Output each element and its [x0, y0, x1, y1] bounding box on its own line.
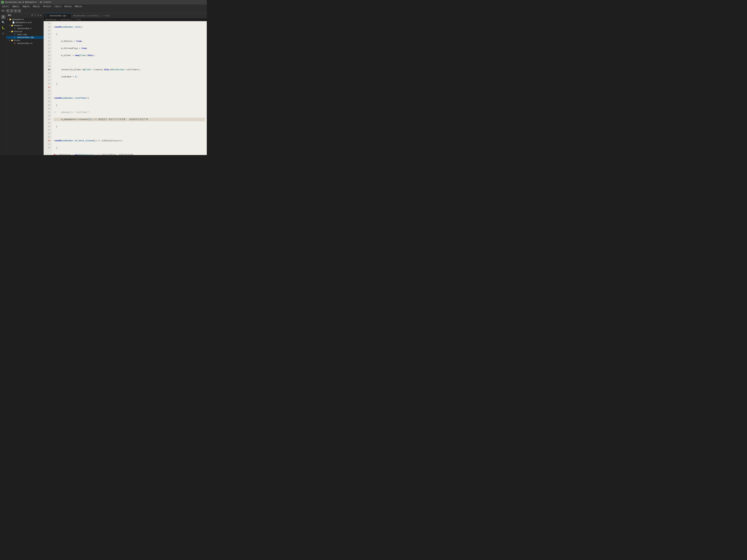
toolbar-label: 项目 [1, 9, 5, 12]
menu-file[interactable]: 文件(F) [1, 5, 11, 8]
tree-item-mainwindow-cpp[interactable]: C mainwindow.cpp [6, 36, 44, 39]
line-34: 34 [44, 82, 50, 86]
tree-mainwindow-h-label: mainwindow.h [18, 27, 31, 30]
line-28: 28 [44, 61, 50, 64]
code-line-19: m_bStatus = true; [54, 39, 205, 43]
line-35: 35 [44, 86, 50, 89]
line-29: 29 [44, 64, 50, 68]
breadcrumb-text: MainWindow :: slotTimer() -> void [46, 19, 81, 21]
line-19: 19 [44, 29, 50, 32]
line-25: 25 [44, 50, 50, 54]
menu-build[interactable]: 构建(B) [21, 5, 31, 8]
tree-item-mainwindow-ui[interactable]: U mainwindow.ui [6, 42, 44, 45]
tree-root-qsemaphore[interactable]: ▼ 📁 QSemaphore [6, 18, 44, 21]
code-line-30: m_pSemaphore->release(5);//2.1数值是几 就生产几个… [54, 118, 205, 121]
code-editor[interactable]: ▼void MainWindow::init() { m_bStatus = t… [52, 21, 207, 155]
code-line-23: connect(m_pTimer,&QTimer::timeout,this,&… [54, 68, 205, 72]
tab-slot-timer[interactable]: MainWindow::slotTimer() -> void [71, 13, 111, 18]
tree-mainwindow-cpp-label: mainwindow.cpp [18, 36, 34, 38]
tab-bar: C mainwindow.cpp ✕ MainWindow::slotTimer… [44, 13, 207, 19]
tree-item-sources[interactable]: ▼ 📁 Sources [6, 30, 44, 33]
activity-extensions[interactable]: ⚙ [1, 31, 6, 36]
tree-root-label: QSemaphore [12, 19, 24, 21]
code-line-20: m_bthreadFlag = true; [54, 47, 205, 50]
folder-icon-sources: 📁 [11, 30, 14, 33]
menu-edit[interactable]: 编辑(E) [11, 5, 21, 8]
line-45: 45 [44, 121, 50, 125]
breadcrumb: MainWindow :: slotTimer() -> void [44, 19, 207, 21]
code-line-35: m_pSemaphore = new QSemaphore(1);//1.1初始… [54, 153, 205, 155]
code-line-26 [54, 89, 205, 93]
project-tree: ▼ 📁 QSemaphore 📄 QSemaphore.pro ▼ 📁 Head… [6, 17, 44, 155]
line-42: 42 [44, 111, 50, 114]
toolbar-btn-forward[interactable]: ▶ [18, 9, 21, 12]
line-22: 22 [44, 39, 50, 43]
activity-search[interactable]: 🔍 [1, 20, 6, 25]
line-49: 49 [44, 135, 50, 139]
line-31: 31 [44, 72, 50, 75]
file-icon-h: h [14, 27, 17, 30]
sidebar-sync-btn[interactable]: ⟳ [31, 14, 33, 17]
code-line-31: } [54, 125, 205, 128]
line-32: 32 [44, 75, 50, 79]
line-17: 17 [44, 22, 50, 25]
code-line-25: } [54, 82, 205, 86]
tree-sources-label: Sources [14, 30, 22, 33]
menu-help[interactable]: 帮助(H) [73, 5, 83, 8]
line-23: 23 [44, 43, 50, 47]
code-line-21: m_pTimer = new QTimer(this); [54, 54, 205, 57]
line-26: 26 [44, 54, 50, 57]
tree-arrow: ▼ [7, 19, 9, 20]
line-38: 38 [44, 97, 50, 100]
tree-main-cpp-label: main.cpp [18, 33, 27, 36]
menu-debug[interactable]: 调试(D) [31, 5, 42, 8]
tab-label-mainwindow-cpp: mainwindow.cpp [50, 15, 66, 17]
sidebar-back-btn[interactable]: ◀ [37, 14, 39, 17]
editor-area[interactable]: 17 18 19 20 21 22 23 24 25 26 27 28 29 3… [44, 21, 207, 155]
code-line-32 [54, 132, 205, 135]
toolbar-btn-back[interactable]: ◀ [14, 9, 17, 12]
menu-controls[interactable]: 控件(W) [63, 5, 73, 8]
line-37: 37 [44, 93, 50, 97]
sidebar: 项目 ⟳ ▼ ◀ ▶ ▼ 📁 QSemaphore 📄 QSemaphore.p… [6, 13, 44, 155]
sidebar-header: 项目 ⟳ ▼ ◀ ▶ [6, 13, 44, 17]
activity-bar: ☰ 🔍 🐛 ⚙ ? [0, 13, 6, 155]
toolbar-btn-sync[interactable]: ⟳ [10, 9, 13, 12]
tab-label-slot-timer: MainWindow::slotTimer() -> void [73, 15, 109, 17]
line-21: 21 [44, 36, 50, 39]
code-line-34: { [54, 146, 205, 150]
code-line-22 [54, 61, 205, 64]
sidebar-forward-btn[interactable]: ▶ [40, 14, 42, 17]
tree-item-main-cpp[interactable]: C main.cpp [6, 33, 44, 36]
sidebar-filter-btn[interactable]: ▼ [34, 14, 36, 17]
line-39: 39 [44, 100, 50, 104]
toolbar-btn-filter[interactable]: ▼ [6, 9, 9, 12]
line-48: 48 [44, 132, 50, 135]
file-icon-cpp-mw: C [14, 36, 17, 38]
menu-tools[interactable]: 工具(T) [53, 5, 63, 8]
tab-close-mainwindow-cpp[interactable]: ✕ [67, 15, 69, 17]
tree-forms-label: Forms [14, 39, 20, 42]
file-icon-cpp-main: C [14, 33, 17, 36]
line-40: 40 [44, 104, 50, 107]
tree-item-forms[interactable]: ▼ 📁 Forms [6, 39, 44, 42]
code-line-18: { [54, 32, 205, 36]
menu-analyze[interactable]: Analyze [42, 5, 52, 8]
activity-files[interactable]: ☰ [1, 15, 6, 19]
tree-item-mainwindow-h[interactable]: h mainwindow.h [6, 27, 44, 30]
activity-debug[interactable]: 🐛 [1, 26, 6, 30]
line-47: 47 [44, 128, 50, 132]
title-bar: mainwindow.cpp @ QSemaphore - Qt Creator [0, 0, 207, 4]
folder-icon-forms: 📁 [11, 39, 14, 42]
tab-mainwindow-cpp[interactable]: C mainwindow.cpp ✕ [44, 13, 71, 18]
line-50: 50 [44, 139, 50, 142]
tree-item-pro-label: QSemaphore.pro [16, 22, 32, 24]
tree-item-pro[interactable]: 📄 QSemaphore.pro [6, 21, 44, 24]
tree-item-headers[interactable]: ▼ 📁 Headers [6, 24, 44, 27]
code-line-29: // qDebug()<< "slotTimer"; [54, 111, 205, 114]
app-icon [1, 1, 4, 4]
line-27: 27 [44, 57, 50, 61]
line-46: 46 [44, 125, 50, 128]
line-41: 41 [44, 107, 50, 111]
code-line-28: { [54, 104, 205, 107]
